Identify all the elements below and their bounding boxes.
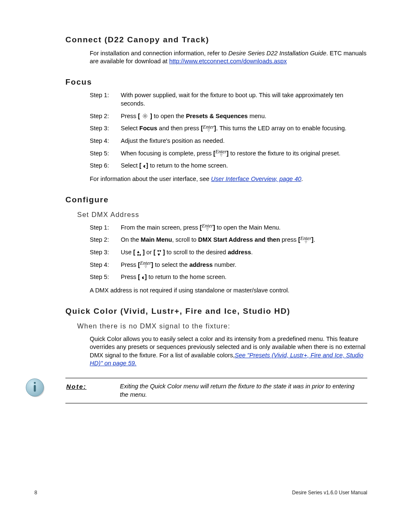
enter-icon: Enter: [203, 125, 214, 133]
text-fragment: number.: [213, 261, 236, 268]
quickcolor-paragraph: Quick Color allows you to easily select …: [90, 335, 367, 368]
bracket-open: [: [138, 274, 142, 280]
page-number: 8: [34, 489, 37, 496]
bold-text: Main Menu: [141, 236, 172, 243]
text-fragment: On the: [121, 236, 141, 243]
bracket-open: [: [139, 162, 143, 169]
enter-icon: Enter: [140, 261, 151, 269]
step-label: Step 5:: [90, 150, 121, 158]
doc-title: Desire Series v1.6.0 User Manual: [292, 489, 367, 496]
text-fragment: .: [251, 249, 253, 256]
svg-line-8: [143, 117, 144, 118]
step-label: Step 2:: [90, 236, 121, 244]
bracket-open: [: [138, 113, 142, 119]
step-label: Step 4:: [90, 261, 121, 269]
step-body: Adjust the fixture's position as needed.: [121, 137, 367, 145]
enter-icon: Enter: [300, 236, 312, 244]
info-icon: [26, 377, 47, 398]
heading-connect: Connect (D22 Canopy and Track): [65, 34, 367, 45]
text-fragment: to open the Main Menu.: [215, 224, 281, 231]
text-fragment: to return to the home screen.: [148, 162, 228, 169]
step-label: Step 3:: [90, 248, 121, 257]
step-row: Step 6: Select [ ‹‹ ] to return to the h…: [90, 162, 367, 170]
text-fragment: When focusing is complete, press: [121, 150, 213, 157]
note-body: Exiting the Quick Color menu will return…: [120, 382, 367, 399]
text-fragment: . This turns the LED array on to enable …: [216, 125, 346, 132]
step-body: From the main screen, press [Enter] to o…: [121, 224, 367, 232]
step-label: Step 1:: [90, 224, 121, 232]
text-fragment: to return to the home screen.: [147, 274, 226, 280]
heading-configure: Configure: [65, 194, 367, 205]
svg-line-6: [146, 117, 147, 118]
step-row: Step 5: When focusing is complete, press…: [90, 150, 367, 158]
down-arrows-icon: ▾ ▾▾: [157, 250, 161, 256]
step-row: Step 3: Select Focus and then press [Ent…: [90, 124, 367, 133]
bracket-close: ]: [143, 274, 147, 280]
bracket-close: ]: [141, 249, 145, 256]
step-row: Step 1: With power supplied, wait for th…: [90, 91, 367, 108]
step-label: Step 2:: [90, 112, 121, 121]
text-fragment: to scroll to the desired: [165, 249, 228, 256]
step-body: Press [ ] to open the Presets & Sequence…: [121, 112, 367, 121]
bracket-close: ]: [148, 113, 152, 119]
doc-reference: Desire Series D22 Installation Guide: [228, 50, 326, 57]
focus-info: For information about the user interface…: [90, 175, 367, 183]
step-body: Press [ ‹‹ ] to return to the home scree…: [121, 273, 367, 281]
heading-focus: Focus: [65, 77, 367, 88]
text-fragment: Press: [121, 274, 138, 280]
step-body: With power supplied, wait for the fixtur…: [121, 91, 367, 108]
step-label: Step 3:: [90, 124, 121, 133]
text-fragment: and then press: [157, 125, 201, 132]
step-body: When focusing is complete, press [Enter]…: [121, 150, 367, 158]
text-fragment: to select the: [153, 261, 189, 268]
focus-steps: Step 1: With power supplied, wait for th…: [90, 91, 367, 170]
bracket-open: [: [153, 249, 157, 256]
svg-point-11: [34, 382, 36, 384]
ui-overview-link[interactable]: User Interface Overview, page 40: [211, 176, 301, 182]
step-row: Step 2: On the Main Menu, scroll to DMX …: [90, 236, 367, 244]
text-fragment: Press: [121, 113, 138, 119]
step-label: Step 5:: [90, 273, 121, 281]
download-link[interactable]: http://www.etcconnect.com/downloads.aspx: [169, 58, 286, 65]
note-block: Note: Exiting the Quick Color menu will …: [65, 378, 367, 403]
step-row: Step 4: Press [Enter] to select the addr…: [90, 261, 367, 269]
text-fragment: Select: [121, 162, 139, 169]
svg-rect-12: [34, 385, 36, 392]
bold-text: address: [190, 261, 213, 268]
page-footer: 8 Desire Series v1.6.0 User Manual: [34, 489, 367, 496]
text-fragment: to restore the fixture to its original p…: [229, 150, 340, 157]
text-fragment: Press: [121, 261, 138, 268]
bold-text: address: [228, 249, 251, 256]
text-fragment: From the main screen, press: [121, 224, 200, 231]
enter-icon: Enter: [202, 224, 213, 232]
document-page: Connect (D22 Canopy and Track) For insta…: [0, 0, 400, 532]
step-body: Select Focus and then press [Enter]. Thi…: [121, 124, 367, 133]
subheading-nodmx: When there is no DMX signal to the fixtu…: [77, 321, 367, 331]
step-body: Select [ ‹‹ ] to return to the home scre…: [121, 162, 367, 170]
text-fragment: For installation and connection informat…: [90, 50, 228, 57]
step-body: On the Main Menu, scroll to DMX Start Ad…: [121, 236, 367, 244]
step-row: Step 3: Use [ ▴▴ ▴ ] or [ ▾ ▾▾ ] to scro…: [90, 248, 367, 257]
step-row: Step 2: Press [ ] to open the Presets & …: [90, 112, 367, 121]
text-fragment: .: [314, 236, 315, 243]
enter-icon: Enter: [216, 150, 227, 158]
configure-info: A DMX address is not required if using s…: [90, 287, 367, 295]
step-label: Step 6:: [90, 162, 121, 170]
step-body: Press [Enter] to select the address numb…: [121, 261, 367, 269]
svg-point-0: [144, 115, 146, 117]
heading-quickcolor: Quick Color (Vivid, Lustr+, Fire and Ice…: [65, 306, 367, 317]
up-arrows-icon: ▴▴ ▴: [137, 250, 141, 256]
step-body: Use [ ▴▴ ▴ ] or [ ▾ ▾▾ ] to scroll to th…: [121, 248, 367, 257]
bold-text: DMX Start Address and then: [198, 236, 280, 243]
text-fragment: menu.: [248, 113, 266, 119]
text-fragment: Use: [121, 249, 133, 256]
text-fragment: .: [301, 176, 303, 182]
connect-paragraph: For installation and connection informat…: [90, 49, 367, 66]
step-row: Step 4: Adjust the fixture's position as…: [90, 137, 367, 145]
bracket-open: [: [133, 249, 137, 256]
text-fragment: or: [145, 249, 153, 256]
step-label: Step 4:: [90, 137, 121, 145]
svg-line-5: [143, 114, 144, 115]
content-area: Connect (D22 Canopy and Track) For insta…: [65, 34, 367, 403]
presets-icon: [142, 112, 148, 121]
